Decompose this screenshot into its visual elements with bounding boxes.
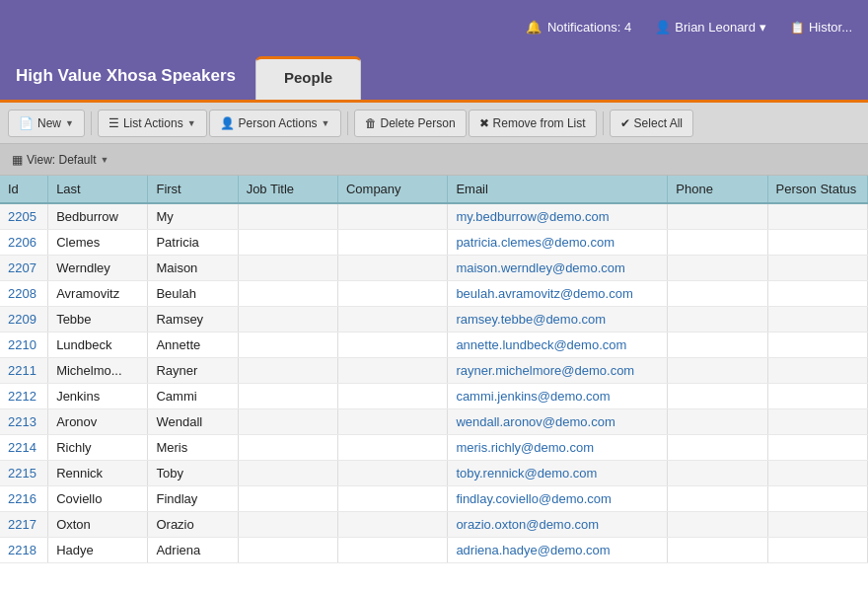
cell-company — [337, 256, 447, 281]
table-row[interactable]: 2212JenkinsCammicammi.jenkins@demo.com — [0, 384, 868, 409]
tab-people[interactable]: People — [255, 56, 361, 100]
remove-button[interactable]: Remove from List — [469, 110, 597, 137]
list-actions-button[interactable]: List Actions — [98, 110, 207, 137]
cell-email[interactable]: beulah.avramovitz@demo.com — [448, 281, 668, 307]
cell-title — [238, 256, 337, 281]
cell-email[interactable]: rayner.michelmore@demo.com — [448, 358, 668, 384]
cell-first: Ramsey — [148, 307, 238, 333]
user-arrow: ▾ — [760, 20, 766, 35]
col-header-email[interactable]: Email — [448, 176, 668, 203]
col-header-last[interactable]: Last — [48, 176, 148, 203]
table-row[interactable]: 2213AronovWendallwendall.aronov@demo.com — [0, 409, 868, 435]
cell-last: Avramovitz — [48, 281, 148, 307]
cell-id[interactable]: 2207 — [0, 256, 48, 281]
cell-email[interactable]: maison.werndley@demo.com — [448, 256, 668, 281]
cell-last: Oxton — [48, 512, 148, 538]
cell-id[interactable]: 2212 — [0, 384, 48, 409]
table-row[interactable]: 2210LundbeckAnnetteannette.lundbeck@demo… — [0, 333, 868, 358]
cell-email[interactable]: patricia.clemes@demo.com — [448, 230, 668, 256]
table-row[interactable]: 2216CovielloFindlayfindlay.coviello@demo… — [0, 486, 868, 512]
cell-id[interactable]: 2218 — [0, 538, 48, 563]
view-label[interactable]: View: Default — [12, 153, 108, 167]
col-header-company[interactable]: Company — [337, 176, 447, 203]
cell-id[interactable]: 2211 — [0, 358, 48, 384]
table-row[interactable]: 2208AvramovitzBeulahbeulah.avramovitz@de… — [0, 281, 868, 307]
col-header-status[interactable]: Person Status — [767, 176, 867, 203]
cell-phone — [668, 538, 767, 563]
cell-title — [238, 486, 337, 512]
col-header-first[interactable]: First — [148, 176, 238, 203]
cell-id[interactable]: 2208 — [0, 281, 48, 307]
cell-email[interactable]: orazio.oxton@demo.com — [448, 512, 668, 538]
col-header-title[interactable]: Job Title — [238, 176, 337, 203]
cell-first: Annette — [148, 333, 238, 358]
cell-last: Tebbe — [48, 307, 148, 333]
tab-row: High Value Xhosa Speakers People — [0, 54, 868, 103]
table-row[interactable]: 2205BedburrowMymy.bedburrow@demo.com — [0, 203, 868, 230]
cell-id[interactable]: 2216 — [0, 486, 48, 512]
cell-email[interactable]: adriena.hadye@demo.com — [448, 538, 668, 563]
cell-phone — [668, 461, 767, 486]
cell-phone — [668, 486, 767, 512]
person-actions-label: Person Actions — [239, 116, 318, 130]
delete-button[interactable]: Delete Person — [354, 110, 467, 137]
col-header-id[interactable]: Id — [0, 176, 48, 203]
cell-id[interactable]: 2206 — [0, 230, 48, 256]
cell-company — [337, 435, 447, 461]
cell-company — [337, 384, 447, 409]
cell-first: Beulah — [148, 281, 238, 307]
history-label: Histor... — [809, 20, 852, 35]
cell-email[interactable]: wendall.aronov@demo.com — [448, 409, 668, 435]
cell-phone — [668, 435, 767, 461]
table-row[interactable]: 2207WerndleyMaisonmaison.werndley@demo.c… — [0, 256, 868, 281]
person-actions-button[interactable]: Person Actions — [209, 110, 341, 137]
table-row[interactable]: 2215RennickTobytoby.rennick@demo.com — [0, 461, 868, 486]
view-bar: View: Default — [0, 144, 868, 176]
table-row[interactable]: 2217OxtonOrazioorazio.oxton@demo.com — [0, 512, 868, 538]
cell-id[interactable]: 2215 — [0, 461, 48, 486]
table-row[interactable]: 2214RichlyMerismeris.richly@demo.com — [0, 435, 868, 461]
cell-status — [767, 512, 867, 538]
cell-first: Maison — [148, 256, 238, 281]
table-row[interactable]: 2209TebbeRamseyramsey.tebbe@demo.com — [0, 307, 868, 333]
cell-email[interactable]: toby.rennick@demo.com — [448, 461, 668, 486]
user-label: Brian Leonard — [675, 20, 756, 35]
cell-email[interactable]: cammi.jenkins@demo.com — [448, 384, 668, 409]
cell-first: Rayner — [148, 358, 238, 384]
cell-email[interactable]: my.bedburrow@demo.com — [448, 203, 668, 230]
cell-email[interactable]: findlay.coviello@demo.com — [448, 486, 668, 512]
separator-2 — [347, 111, 348, 135]
table-row[interactable]: 2206ClemesPatriciapatricia.clemes@demo.c… — [0, 230, 868, 256]
user-menu[interactable]: Brian Leonard ▾ — [655, 20, 766, 35]
cell-phone — [668, 281, 767, 307]
col-header-phone[interactable]: Phone — [668, 176, 767, 203]
cell-id[interactable]: 2209 — [0, 307, 48, 333]
cell-company — [337, 512, 447, 538]
select-all-button[interactable]: Select All — [610, 110, 693, 137]
cell-last: Jenkins — [48, 384, 148, 409]
cell-company — [337, 461, 447, 486]
table-row[interactable]: 2211Michelmo...Raynerrayner.michelmore@d… — [0, 358, 868, 384]
cell-title — [238, 358, 337, 384]
cell-email[interactable]: meris.richly@demo.com — [448, 435, 668, 461]
notifications-area[interactable]: Notifications: 4 — [526, 20, 631, 35]
cell-first: Toby — [148, 461, 238, 486]
table-row[interactable]: 2218HadyeAdrienaadriena.hadye@demo.com — [0, 538, 868, 563]
cell-id[interactable]: 2217 — [0, 512, 48, 538]
new-button[interactable]: New — [8, 110, 85, 137]
cell-phone — [668, 333, 767, 358]
cell-phone — [668, 307, 767, 333]
cell-email[interactable]: ramsey.tebbe@demo.com — [448, 307, 668, 333]
cell-id[interactable]: 2214 — [0, 435, 48, 461]
cell-id[interactable]: 2205 — [0, 203, 48, 230]
history-area[interactable]: Histor... — [790, 20, 852, 35]
cell-company — [337, 230, 447, 256]
cell-status — [767, 435, 867, 461]
cell-id[interactable]: 2213 — [0, 409, 48, 435]
cell-email[interactable]: annette.lundbeck@demo.com — [448, 333, 668, 358]
cell-title — [238, 435, 337, 461]
person-actions-arrow — [322, 117, 330, 128]
cell-id[interactable]: 2210 — [0, 333, 48, 358]
cell-first: Wendall — [148, 409, 238, 435]
cell-phone — [668, 230, 767, 256]
